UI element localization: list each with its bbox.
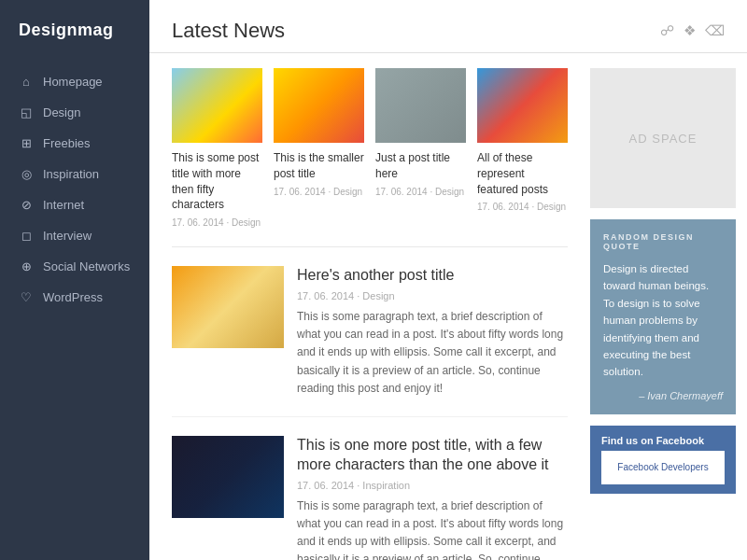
top-post-item: All of these represent featured posts 17…	[477, 68, 568, 228]
facebook-label: Find us on Facebook	[601, 435, 725, 446]
ad-label: AD SPACE	[629, 132, 698, 146]
header-icons: ☍ ❖ ⌫	[660, 22, 725, 39]
facebook-box: Find us on Facebook Facebook Developers	[590, 426, 736, 494]
twitter-icon[interactable]: ❖	[684, 22, 696, 39]
sidebar-item-interview[interactable]: ◻ Interview	[0, 220, 149, 251]
nav-icon-interview: ◻	[19, 229, 34, 243]
sidebar-item-inspiration[interactable]: ◎ Inspiration	[0, 159, 149, 189]
page-title: Latest News	[172, 19, 285, 43]
nav-icon-inspiration: ◎	[19, 167, 34, 181]
nav-label-internet: Internet	[43, 198, 84, 212]
top-post-title: Just a post title here	[375, 150, 466, 182]
list-post-meta: 17. 06. 2014 · Design	[297, 290, 568, 301]
ad-space: AD SPACE	[590, 68, 736, 208]
top-post-title: This is the smaller post title	[274, 150, 364, 182]
top-post-title: This is some post title with more then f…	[172, 150, 262, 213]
list-post-title[interactable]: Here's another post title	[297, 266, 568, 286]
nav-label-interview: Interview	[43, 229, 92, 243]
top-post-thumb[interactable]	[477, 68, 568, 143]
top-post-thumb[interactable]	[375, 68, 466, 143]
top-post-meta: 17. 06. 2014 · Design	[172, 217, 262, 228]
list-post-title[interactable]: This is one more post title, with a few …	[297, 436, 568, 475]
list-post-body: This is one more post title, with a few …	[297, 436, 568, 560]
nav-icon-wordpress: ♡	[19, 290, 34, 304]
nav-icon-freebies: ⊞	[19, 136, 34, 150]
list-post-body: Here's another post title 17. 06. 2014 ·…	[297, 266, 568, 398]
rss-icon[interactable]: ☍	[660, 22, 674, 39]
nav-label-wordpress: WordPress	[43, 290, 103, 304]
quote-box: RANDOM DESIGN QUOTE Design is directed t…	[590, 219, 736, 414]
list-post-meta: 17. 06. 2014 · Inspiration	[297, 480, 568, 491]
content-area: This is some post title with more then f…	[149, 53, 747, 560]
list-post-excerpt: This is some paragraph text, a brief des…	[297, 308, 568, 398]
list-post: Here's another post title 17. 06. 2014 ·…	[172, 266, 568, 417]
nav-label-social: Social Networks	[43, 259, 130, 273]
facebook-developers-link[interactable]: Facebook Developers	[617, 462, 708, 472]
quote-text: Design is directed toward human beings. …	[603, 260, 723, 381]
top-post-meta: 17. 06. 2014 · Design	[375, 187, 466, 197]
nav-icon-homepage: ⌂	[19, 75, 34, 89]
nav-icon-design: ◱	[19, 105, 34, 119]
top-post-thumb[interactable]	[172, 68, 262, 143]
list-post: This is one more post title, with a few …	[172, 436, 568, 560]
main-content: Latest News ☍ ❖ ⌫ This is some post titl…	[149, 0, 747, 560]
sidebar-item-wordpress[interactable]: ♡ WordPress	[0, 282, 149, 313]
top-post-meta: 17. 06. 2014 · Design	[477, 202, 568, 212]
quote-author: – Ivan Chermayeff	[603, 390, 723, 401]
nav-label-freebies: Freebies	[43, 136, 91, 150]
top-post-item: This is some post title with more then f…	[172, 68, 262, 228]
sidebar-item-homepage[interactable]: ⌂ Homepage	[0, 66, 149, 97]
nav-label-inspiration: Inspiration	[43, 167, 99, 181]
page-header: Latest News ☍ ❖ ⌫	[149, 0, 747, 53]
sidebar-logo: Designmag	[0, 0, 149, 59]
right-sidebar: AD SPACE RANDOM DESIGN QUOTE Design is d…	[590, 68, 747, 560]
sidebar-item-design[interactable]: ◱ Design	[0, 97, 149, 128]
quote-section-label: RANDOM DESIGN QUOTE	[603, 232, 723, 251]
nav-label-homepage: Homepage	[43, 75, 103, 89]
nav-icon-social: ⊕	[19, 259, 34, 273]
sidebar-item-social[interactable]: ⊕ Social Networks	[0, 251, 149, 282]
top-post-item: Just a post title here 17. 06. 2014 · De…	[375, 68, 466, 228]
list-post-excerpt: This is some paragraph text, a brief des…	[297, 497, 568, 560]
list-post-thumb[interactable]	[172, 266, 284, 348]
facebook-content[interactable]: Facebook Developers	[601, 451, 725, 484]
nav-icon-internet: ⊘	[19, 198, 34, 212]
nav-label-design: Design	[43, 105, 80, 119]
sidebar: Designmag ⌂ Homepage◱ Design⊞ Freebies◎ …	[0, 0, 149, 560]
list-posts: Here's another post title 17. 06. 2014 ·…	[172, 266, 568, 560]
sidebar-nav: ⌂ Homepage◱ Design⊞ Freebies◎ Inspiratio…	[0, 59, 149, 313]
sidebar-item-internet[interactable]: ⊘ Internet	[0, 189, 149, 220]
left-content: This is some post title with more then f…	[149, 68, 590, 560]
top-post-thumb[interactable]	[274, 68, 364, 143]
top-post-meta: 17. 06. 2014 · Design	[274, 187, 364, 197]
top-post-title: All of these represent featured posts	[477, 150, 568, 197]
sidebar-item-freebies[interactable]: ⊞ Freebies	[0, 128, 149, 159]
list-post-thumb[interactable]	[172, 436, 284, 518]
top-post-item: This is the smaller post title 17. 06. 2…	[274, 68, 364, 228]
feed-icon[interactable]: ⌫	[705, 22, 725, 39]
top-posts-grid: This is some post title with more then f…	[172, 68, 568, 247]
